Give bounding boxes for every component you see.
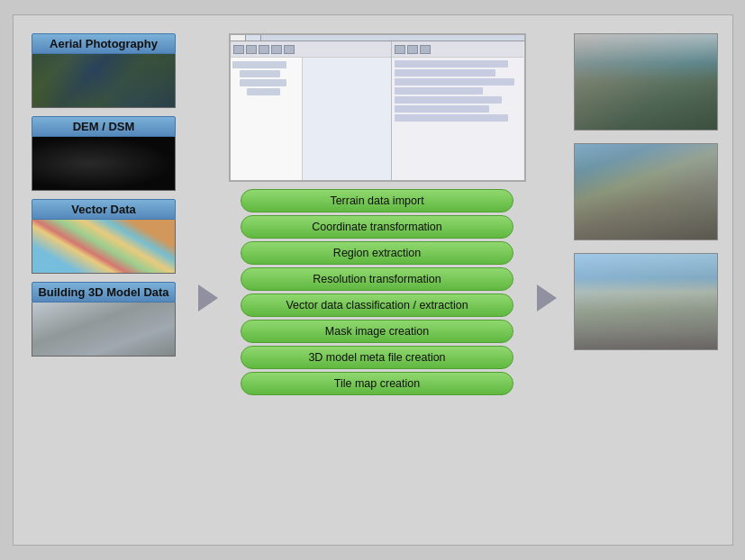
right-column [568, 24, 725, 536]
software-toolbar [231, 41, 391, 58]
spatial-item-2: Vector Data [32, 199, 176, 274]
process-step-4: Vector data classification / extraction [241, 294, 514, 317]
software-tabs [231, 35, 524, 41]
toolbar-btn-1[interactable] [233, 45, 244, 54]
right-row-1 [395, 60, 509, 68]
viz-image-0 [574, 33, 718, 131]
software-right-content [392, 58, 524, 180]
main-container: Aerial PhotographyDEM / DSMVector DataBu… [13, 14, 733, 546]
right-row-4 [395, 87, 483, 95]
mid-to-right-arrow [533, 24, 560, 536]
toolbar-btn-5[interactable] [284, 45, 295, 54]
spatial-image-2 [32, 220, 176, 274]
left-to-mid-arrow [195, 24, 222, 536]
process-step-5: Mask image creation [241, 320, 514, 343]
process-step-1: Coordinate transformation [241, 215, 514, 239]
toolbar-btn-4[interactable] [271, 45, 282, 54]
software-content [231, 41, 524, 180]
spatial-label-0: Aerial Photography [32, 33, 176, 54]
arrow-icon [198, 285, 218, 312]
software-tree [231, 58, 303, 180]
spatial-label-2: Vector Data [32, 199, 176, 220]
software-mockup [229, 33, 526, 182]
tree-item-1 [232, 61, 286, 68]
process-step-2: Region extraction [241, 241, 514, 265]
toolbar-btn-3[interactable] [259, 45, 269, 54]
viz-image-1 [574, 143, 718, 240]
spatial-item-0: Aerial Photography [32, 33, 176, 108]
visualization-images-list [574, 33, 718, 357]
tree-item-2 [240, 70, 280, 77]
process-step-0: Terrain data import [241, 189, 514, 212]
viz-image-2 [574, 253, 718, 350]
arrow-icon-2 [537, 285, 557, 312]
right-toolbar-btn-2[interactable] [407, 45, 418, 54]
left-column: Aerial PhotographyDEM / DSMVector DataBu… [21, 24, 187, 536]
spatial-image-3 [32, 303, 176, 357]
spatial-label-1: DEM / DSM [32, 116, 176, 137]
spatial-label-3: Building 3D Model Data [32, 282, 176, 303]
right-row-7 [395, 114, 509, 122]
tree-item-4 [247, 88, 281, 95]
process-steps-list: Terrain data importCoordinate transforma… [229, 189, 526, 395]
process-step-7: Tile map creation [241, 372, 514, 395]
process-step-3: Resolution transformation [241, 267, 514, 291]
spatial-items-list: Aerial PhotographyDEM / DSMVector DataBu… [32, 33, 176, 360]
spatial-image-0 [32, 54, 176, 108]
software-right-toolbar [392, 41, 524, 58]
mid-column: Terrain data importCoordinate transforma… [229, 24, 526, 536]
tree-item-3 [240, 79, 287, 86]
spatial-item-3: Building 3D Model Data [32, 282, 176, 357]
software-left-panel [231, 41, 392, 180]
right-toolbar-btn-3[interactable] [420, 45, 431, 54]
spatial-image-1 [32, 137, 176, 191]
right-row-3 [395, 78, 515, 86]
process-step-6: 3D model meta file creation [241, 346, 514, 369]
tab-spatial-data[interactable] [231, 35, 246, 41]
software-right-panel [392, 41, 524, 180]
toolbar-btn-2[interactable] [246, 45, 257, 54]
right-toolbar-btn-1[interactable] [395, 45, 405, 54]
right-row-5 [395, 96, 503, 104]
right-row-6 [395, 105, 490, 113]
spatial-item-1: DEM / DSM [32, 116, 176, 191]
software-main-area [231, 58, 391, 180]
tab-tile-maker[interactable] [246, 35, 261, 41]
right-row-2 [395, 69, 496, 77]
software-preview [303, 58, 391, 180]
